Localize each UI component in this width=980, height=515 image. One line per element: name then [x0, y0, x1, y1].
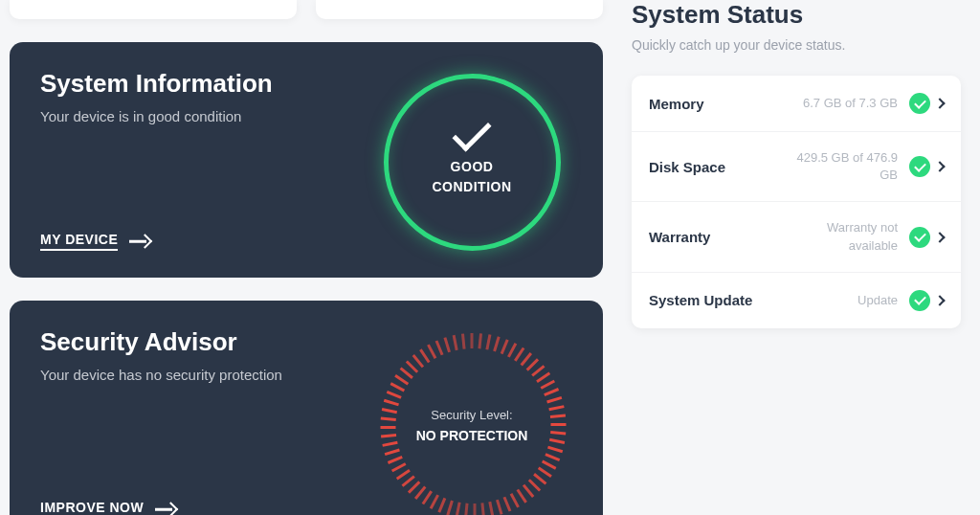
- my-device-label: MY DEVICE: [40, 232, 118, 251]
- chevron-right-icon: [934, 232, 945, 242]
- gauge-label-good: GOOD CONDITION: [432, 157, 511, 197]
- status-row-update[interactable]: System Update Update: [632, 273, 961, 328]
- chevron-right-icon: [934, 162, 945, 172]
- status-row-memory[interactable]: Memory 6.7 GB of 7.3 GB: [632, 76, 961, 132]
- security-subtitle: Your device has no security protection: [40, 367, 371, 383]
- system-status-header: System Status Quickly catch up your devi…: [632, 0, 961, 53]
- my-device-button[interactable]: MY DEVICE: [40, 232, 150, 251]
- status-value: 6.7 GB of 7.3 GB: [803, 95, 898, 112]
- arrow-right-icon: [129, 235, 150, 248]
- top-card-placeholder-2: [316, 0, 603, 19]
- status-row-disk[interactable]: Disk Space 429.5 GB of 476.9 GB: [632, 132, 961, 202]
- status-value: Update: [858, 292, 898, 309]
- system-information-card: System Information Your device is in goo…: [10, 42, 603, 278]
- improve-now-button[interactable]: IMPROVE NOW: [40, 500, 176, 515]
- arrow-right-icon: [155, 503, 176, 515]
- check-circle-icon: [909, 156, 930, 177]
- security-advisor-card: Security Advisor Your device has no secu…: [10, 301, 603, 515]
- status-label: Warranty: [649, 229, 792, 245]
- system-status-list: Memory 6.7 GB of 7.3 GB Disk Space 429.5…: [632, 76, 961, 328]
- system-status-subtitle: Quickly catch up your device status.: [632, 37, 961, 53]
- improve-now-label: IMPROVE NOW: [40, 500, 144, 515]
- system-info-title: System Information: [40, 69, 371, 99]
- status-label: Memory: [649, 96, 803, 112]
- check-circle-icon: [909, 227, 930, 248]
- status-value: 429.5 GB of 476.9 GB: [792, 149, 898, 184]
- chevron-right-icon: [934, 98, 945, 108]
- check-circle-icon: [909, 290, 930, 311]
- status-row-warranty[interactable]: Warranty Warranty not available: [632, 202, 961, 272]
- system-status-title: System Status: [632, 0, 961, 30]
- checkmark-icon: [452, 112, 491, 151]
- chevron-right-icon: [934, 295, 945, 305]
- status-value: Warranty not available: [792, 219, 898, 254]
- top-card-placeholder-1: [10, 0, 297, 19]
- status-label: System Update: [649, 292, 858, 308]
- security-title: Security Advisor: [40, 327, 371, 357]
- system-condition-gauge: GOOD CONDITION: [384, 74, 561, 251]
- system-info-subtitle: Your device is in good condition: [40, 108, 371, 124]
- check-circle-icon: [909, 93, 930, 114]
- security-level-gauge: Security Level: NO PROTECTION: [379, 332, 566, 515]
- status-label: Disk Space: [649, 159, 792, 175]
